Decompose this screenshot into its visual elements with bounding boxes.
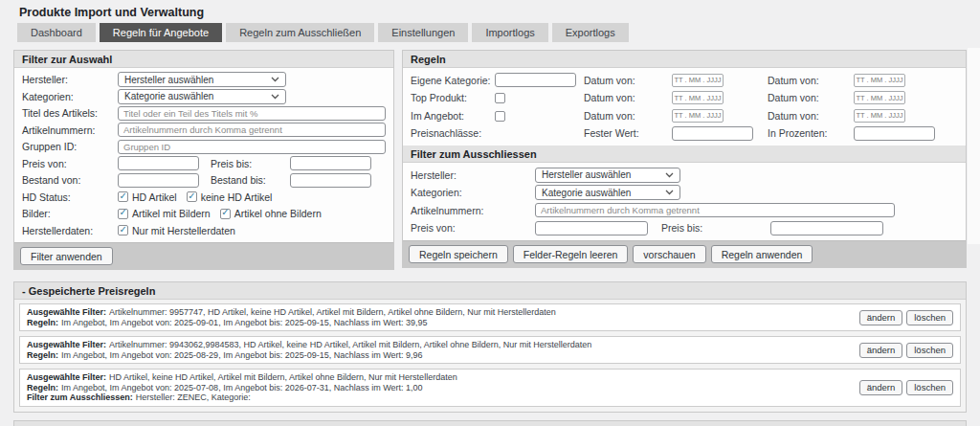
keine-hd-artikel-checkbox[interactable] — [187, 191, 197, 202]
hd-artikel-checkbox[interactable] — [118, 191, 128, 202]
rules-panel-header: Regeln — [403, 51, 966, 68]
gruppen-id-input[interactable] — [118, 140, 386, 154]
preis-von-input[interactable] — [118, 156, 199, 170]
rules-save-button[interactable]: Regeln speichern — [409, 245, 508, 263]
im-angebot-row: Im Angebot: Datum von: Datum von: — [411, 107, 958, 124]
bestand-row: Bestand von: Bestand bis: — [22, 172, 386, 189]
datum-von-label: Datum von: — [584, 75, 672, 86]
nur-mit-herstellerdaten-checkbox[interactable] — [118, 225, 128, 235]
exclude-kategorien-select[interactable]: Kategorie auswählen — [535, 185, 680, 200]
rule-filter-line: Ausgewählte Filter:HD Artikel, keine HD … — [27, 372, 850, 383]
rules-clear-button[interactable]: Felder-Regeln leeren — [513, 245, 629, 263]
hersteller-select[interactable]: Hersteller auswählen — [118, 72, 286, 87]
datum-von-label: Datum von: — [584, 110, 672, 122]
im-angebot-datum-bis-input[interactable] — [854, 109, 905, 123]
hersteller-label: Hersteller: — [22, 74, 118, 85]
artikel-ohne-bildern-label: Artikel ohne Bildern — [234, 208, 322, 219]
bestand-bis-label: Bestand bis: — [199, 174, 290, 186]
preisnachlaesse-row: Preisnachlässe: Fester Wert: In Prozente… — [411, 125, 958, 143]
eigene-kategorie-datum-bis-input[interactable] — [854, 74, 905, 87]
rule-exclude-line: Filter zum Ausschliessen:Hersteller: ZEN… — [27, 392, 850, 403]
top-produkt-datum-bis-input[interactable] — [854, 91, 905, 104]
top-produkt-datum-von-input[interactable] — [672, 91, 724, 104]
filter-apply-button[interactable]: Filter anwenden — [20, 247, 113, 265]
exclude-kategorien-select-value: Kategorie auswählen — [542, 188, 631, 198]
artikelnummern-label: Artikelnummern: — [22, 124, 118, 136]
rule-change-button[interactable]: ändern — [859, 310, 903, 325]
filter-panel-footer: Filter anwenden — [14, 242, 393, 269]
titel-label: Titel des Artikels: — [22, 107, 118, 119]
in-prozenten-input[interactable] — [854, 126, 935, 141]
bilder-row: Bilder: Artikel mit Bildern Artikel ohne… — [22, 206, 386, 222]
exclude-preis-row: Preis von: Preis bis: — [411, 220, 958, 237]
rule-filter-line: Ausgewählte Filter:Artikelnummer: 994306… — [27, 340, 850, 350]
rule-rules-line: Regeln:Im Angebot, Im Angebot von: 2025-… — [27, 318, 850, 328]
chevron-down-icon — [271, 77, 279, 82]
rule-delete-button[interactable]: löschen — [906, 343, 953, 358]
tab-regeln-zum-ausschliessen[interactable]: Regeln zum Ausschließen — [226, 23, 374, 42]
tab-dashboard[interactable]: Dashboard — [17, 23, 96, 42]
exclude-preis-von-label: Preis von: — [411, 222, 535, 234]
fester-wert-input[interactable] — [672, 126, 753, 141]
preis-bis-input[interactable] — [290, 156, 371, 170]
artikel-ohne-bildern-checkbox[interactable] — [220, 209, 231, 219]
tab-importlogs[interactable]: Importlogs — [472, 23, 547, 42]
hersteller-row: Hersteller: Hersteller auswählen — [22, 72, 386, 88]
titel-input[interactable] — [118, 106, 386, 121]
filter-panel-header: Filter zur Auswahl — [14, 51, 393, 68]
rules-preview-button[interactable]: vorschauen — [633, 245, 705, 263]
im-angebot-datum-von-input[interactable] — [672, 109, 724, 123]
rule-change-button[interactable]: ändern — [859, 343, 903, 358]
saved-rules-accordion-header[interactable]: - Gespeicherte Preisregeln — [14, 282, 966, 300]
exclude-preis-von-input[interactable] — [535, 221, 648, 235]
tab-exportlogs[interactable]: Exportlogs — [552, 23, 629, 42]
eigene-kategorie-datum-von-input[interactable] — [672, 74, 724, 87]
in-prozenten-label: In Prozenten: — [768, 127, 854, 139]
eigene-kategorie-input[interactable] — [495, 73, 576, 87]
top-produkt-checkbox[interactable] — [495, 93, 505, 103]
exclude-hersteller-label: Hersteller: — [411, 169, 535, 181]
exclude-hersteller-row: Hersteller: Hersteller auswählen — [411, 167, 958, 184]
datum-von-label: Datum von: — [768, 75, 854, 86]
chevron-down-icon — [665, 172, 674, 178]
admin-page: Produkte Import und Verwaltung Dashboard… — [0, 0, 980, 426]
artikel-mit-bildern-checkbox[interactable] — [118, 209, 128, 219]
preis-row: Preis von: Preis bis: — [22, 156, 386, 172]
rule-delete-button[interactable]: löschen — [906, 380, 953, 395]
gruppen-id-label: Gruppen ID: — [22, 141, 118, 152]
artikelnummern-row: Artikelnummern: — [22, 123, 386, 139]
filtered-articles-accordion-header[interactable]: + Gefilterte Artikel — [13, 420, 967, 426]
filter-panel: Filter zur Auswahl Hersteller: Herstelle… — [13, 50, 394, 270]
bestand-bis-input[interactable] — [290, 173, 371, 188]
exclude-preis-bis-input[interactable] — [770, 221, 883, 235]
top-produkt-row: Top Produkt: Datum von: Datum von: — [411, 90, 958, 107]
titel-row: Titel des Artikels: — [22, 105, 386, 122]
rule-filter-line: Ausgewählte Filter:Artikelnummer: 995774… — [27, 307, 850, 318]
rules-panel: Regeln Eigene Kategorie: Datum von: Datu… — [402, 50, 967, 268]
rule-delete-button[interactable]: löschen — [906, 310, 953, 325]
im-angebot-checkbox[interactable] — [495, 111, 505, 122]
exclude-artikelnummern-label: Artikelnummern: — [411, 205, 535, 216]
exclude-artikelnummern-input[interactable] — [535, 203, 895, 217]
bestand-von-input[interactable] — [118, 173, 199, 188]
tab-regeln-fuer-angebote[interactable]: Regeln für Angebote — [100, 23, 222, 42]
exclude-artikelnummern-row: Artikelnummern: — [411, 202, 958, 219]
saved-rule-row-3: Ausgewählte Filter:HD Artikel, keine HD … — [19, 369, 961, 407]
artikelnummern-input[interactable] — [118, 123, 386, 137]
exclude-hersteller-select[interactable]: Hersteller auswählen — [535, 168, 680, 183]
exclude-kategorien-row: Kategorien: Kategorie auswählen — [411, 185, 958, 202]
hd-status-row: HD Status: HD Artikel keine HD Artikel — [22, 190, 386, 206]
eigene-kategorie-label: Eigene Kategorie: — [411, 75, 495, 86]
rule-change-button[interactable]: ändern — [859, 380, 903, 395]
datum-von-label: Datum von: — [584, 92, 672, 103]
rules-apply-button[interactable]: Regeln anwenden — [711, 245, 813, 263]
right-edge-strip — [968, 48, 980, 244]
exclude-panel-header: Filter zum Ausschliessen — [403, 146, 966, 163]
chevron-down-icon — [271, 94, 279, 100]
preisnachlaesse-label: Preisnachlässe: — [411, 127, 495, 139]
eigene-kategorie-row: Eigene Kategorie: Datum von: Datum von: — [411, 72, 958, 89]
kategorien-select[interactable]: Kategorie auswählen — [118, 89, 286, 104]
saved-rules-panel: - Gespeicherte Preisregeln Ausgewählte F… — [13, 281, 967, 413]
rules-panel-footer: Regeln speichern Felder-Regeln leeren vo… — [403, 240, 966, 267]
tab-einstellungen[interactable]: Einstellungen — [378, 23, 468, 42]
